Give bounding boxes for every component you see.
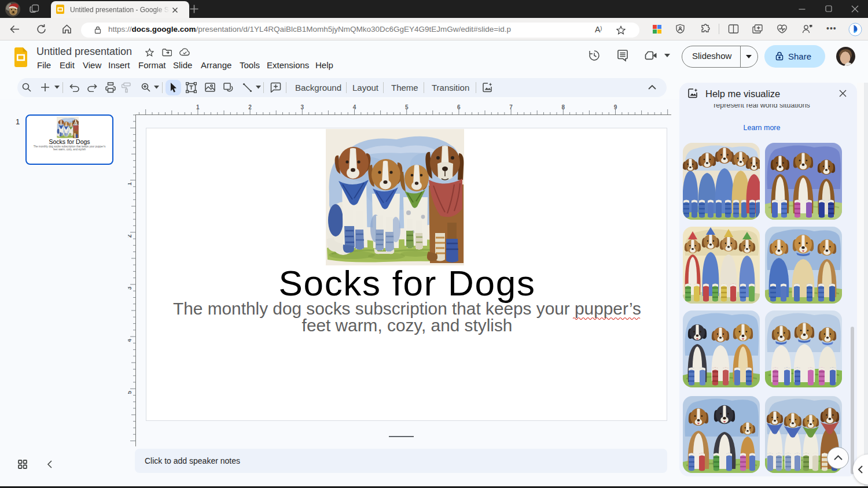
svg-text:3: 3	[301, 104, 304, 110]
svg-text:6: 6	[457, 104, 461, 110]
svg-text:1: 1	[196, 104, 200, 110]
svg-text:5: 5	[405, 104, 409, 110]
svg-text:4: 4	[353, 104, 356, 110]
svg-text:3: 3	[128, 286, 133, 290]
svg-text:2: 2	[128, 234, 133, 238]
svg-text:9: 9	[614, 104, 617, 110]
svg-text:5: 5	[128, 391, 133, 394]
svg-text:1: 1	[128, 182, 133, 186]
svg-text:8: 8	[562, 104, 565, 110]
svg-text:4: 4	[128, 338, 133, 342]
svg-text:7: 7	[509, 104, 513, 110]
svg-text:2: 2	[248, 104, 252, 110]
